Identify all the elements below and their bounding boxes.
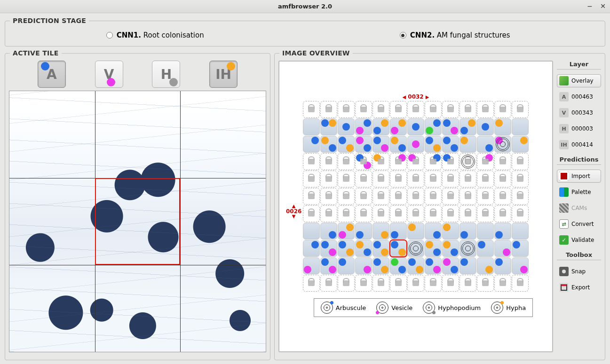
grid-cell[interactable] — [477, 118, 494, 135]
grid-cell[interactable] — [442, 170, 459, 187]
grid-cell[interactable] — [303, 240, 320, 257]
grid-cell[interactable] — [442, 153, 459, 170]
grid-cell[interactable] — [407, 275, 424, 292]
grid-cell[interactable] — [338, 205, 355, 222]
grid-cell[interactable] — [494, 205, 511, 222]
grid-cell[interactable] — [320, 188, 337, 205]
prediction-option-cnn1[interactable]: CNN1. Root colonisation — [5, 31, 305, 39]
grid-cell[interactable] — [477, 170, 494, 187]
grid-cell[interactable] — [303, 136, 320, 153]
grid-cell[interactable] — [390, 101, 407, 118]
grid-cell[interactable] — [390, 223, 407, 240]
grid-cell[interactable] — [355, 275, 372, 292]
grid-cell[interactable] — [512, 118, 529, 135]
grid-cell[interactable] — [355, 101, 372, 118]
sidebar-import-button[interactable]: Import — [557, 170, 601, 183]
grid-cell[interactable] — [338, 118, 355, 135]
grid-cell[interactable] — [338, 188, 355, 205]
grid-cell[interactable] — [407, 223, 424, 240]
grid-cell[interactable] — [494, 275, 511, 292]
grid-cell[interactable] — [477, 101, 494, 118]
grid-cell[interactable] — [320, 205, 337, 222]
grid-cell[interactable] — [320, 170, 337, 187]
grid-cell[interactable] — [390, 153, 407, 170]
grid-cell[interactable] — [303, 275, 320, 292]
grid-cell[interactable] — [477, 136, 494, 153]
grid-cell[interactable] — [442, 101, 459, 118]
grid-cell[interactable] — [425, 240, 442, 257]
grid-cell[interactable] — [477, 275, 494, 292]
grid-cell[interactable] — [372, 257, 389, 274]
sidebar-000003-button[interactable]: H000003 — [557, 122, 601, 135]
grid-cell[interactable] — [512, 275, 529, 292]
grid-cell[interactable] — [372, 153, 389, 170]
close-button[interactable]: ✕ — [599, 2, 607, 10]
grid-cell[interactable] — [459, 136, 476, 153]
grid-cell[interactable] — [407, 153, 424, 170]
grid-cell[interactable] — [459, 101, 476, 118]
grid-cell[interactable] — [303, 118, 320, 135]
grid-cell[interactable] — [303, 223, 320, 240]
grid-cell[interactable] — [355, 118, 372, 135]
grid-cell[interactable] — [494, 118, 511, 135]
grid-cell[interactable] — [494, 188, 511, 205]
grid-cell[interactable] — [512, 205, 529, 222]
grid-cell[interactable] — [407, 118, 424, 135]
overview-viewport[interactable]: ◀ 0032 ▶ ▲ 0026 ▼ ArbusculeVesicleHyphop… — [278, 61, 553, 352]
grid-cell[interactable] — [390, 275, 407, 292]
grid-cell[interactable] — [512, 101, 529, 118]
grid-cell[interactable] — [512, 257, 529, 274]
grid-cell[interactable] — [425, 153, 442, 170]
grid-cell[interactable] — [459, 170, 476, 187]
grid-cell[interactable] — [338, 136, 355, 153]
grid-cell[interactable] — [459, 205, 476, 222]
grid-cell[interactable] — [320, 136, 337, 153]
grid-cell[interactable] — [355, 205, 372, 222]
grid-cell[interactable] — [355, 136, 372, 153]
grid-cell[interactable] — [425, 205, 442, 222]
grid-cell[interactable] — [494, 136, 511, 153]
grid-cell[interactable] — [407, 240, 424, 257]
grid-cell[interactable] — [338, 240, 355, 257]
grid-cell[interactable] — [338, 223, 355, 240]
grid-cell[interactable] — [459, 240, 476, 257]
grid-cell[interactable] — [494, 240, 511, 257]
grid-cell[interactable] — [442, 118, 459, 135]
grid-cell[interactable] — [494, 170, 511, 187]
grid-cell[interactable] — [355, 240, 372, 257]
grid-cell[interactable] — [355, 170, 372, 187]
sidebar-000463-button[interactable]: A000463 — [557, 90, 601, 103]
tile-class-a-button[interactable]: A — [38, 61, 66, 88]
grid-cell[interactable] — [320, 257, 337, 274]
grid-cell[interactable] — [338, 153, 355, 170]
grid-cell[interactable] — [390, 257, 407, 274]
grid-cell[interactable] — [372, 205, 389, 222]
tile-class-h-button[interactable]: H — [152, 61, 180, 88]
grid-cell[interactable] — [459, 275, 476, 292]
grid-cell[interactable] — [303, 257, 320, 274]
grid-cell[interactable] — [355, 188, 372, 205]
grid-cell[interactable] — [407, 188, 424, 205]
grid-cell[interactable] — [425, 101, 442, 118]
grid-cell[interactable] — [512, 136, 529, 153]
grid-cell[interactable] — [459, 257, 476, 274]
sidebar-convert-button[interactable]: Convert — [557, 217, 601, 231]
grid-cell[interactable] — [494, 153, 511, 170]
grid-cell[interactable] — [459, 118, 476, 135]
grid-cell[interactable] — [407, 257, 424, 274]
grid-cell[interactable] — [442, 257, 459, 274]
grid-cell[interactable] — [512, 223, 529, 240]
grid-cell[interactable] — [355, 257, 372, 274]
grid-cell[interactable] — [372, 101, 389, 118]
prediction-option-cnn2[interactable]: CNN2. AM fungal structures — [305, 31, 605, 39]
grid-cell[interactable] — [425, 170, 442, 187]
grid-cell[interactable] — [390, 170, 407, 187]
sidebar-000414-button[interactable]: IH000414 — [557, 138, 601, 151]
grid-cell[interactable] — [459, 223, 476, 240]
grid-cell[interactable] — [372, 188, 389, 205]
grid-cell[interactable] — [442, 205, 459, 222]
grid-cell[interactable] — [320, 223, 337, 240]
sidebar-000343-button[interactable]: V000343 — [557, 106, 601, 119]
grid-cell[interactable] — [477, 153, 494, 170]
grid-cell[interactable] — [477, 240, 494, 257]
